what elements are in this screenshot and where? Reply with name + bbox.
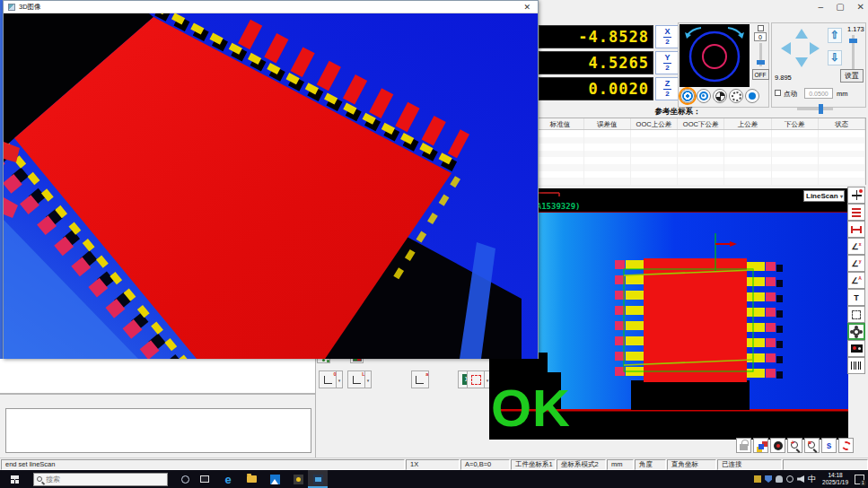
ime-indicator[interactable]: 中 [808, 474, 816, 485]
mode-3-icon [715, 92, 725, 101]
table-cell [631, 164, 678, 171]
table-row[interactable] [490, 137, 865, 144]
distance-button[interactable] [847, 221, 865, 238]
task-view-icon [200, 475, 209, 483]
snapshot-icon: s [827, 440, 832, 450]
scan-lines-button[interactable] [847, 204, 865, 221]
lock-button[interactable] [736, 438, 751, 453]
taskbar-clock[interactable]: 14:18 2025/1/19 [822, 472, 848, 487]
table-row[interactable] [490, 178, 865, 185]
cloud-icon[interactable] [776, 475, 783, 483]
app-minimize-button[interactable]: – [819, 2, 824, 12]
joystick-mode-2-button[interactable] [697, 89, 711, 103]
origin-tool-button[interactable]: 0 [319, 370, 337, 388]
measurement-table[interactable]: 测量值 标准值 误差值 OOC上公差 OOC下公差 上公差 下公差 状态 [489, 118, 866, 185]
joystick-lock-checkbox[interactable] [758, 25, 764, 31]
angle-x-button[interactable]: ∠x [847, 238, 865, 255]
camera-icon [851, 344, 863, 353]
edge-icon: e [224, 474, 231, 485]
joystick-pad[interactable] [679, 24, 750, 87]
joystick-mode-5-button[interactable] [745, 89, 759, 103]
layers-button[interactable] [753, 438, 768, 453]
barcode-button[interactable] [847, 357, 865, 374]
zoom-in-button[interactable]: + [787, 438, 802, 453]
network-icon[interactable] [786, 475, 793, 483]
refresh-button[interactable] [838, 438, 854, 453]
table-row[interactable] [490, 171, 865, 179]
joystick-off-button[interactable]: OFF [752, 69, 769, 80]
status-connection: 已连接 [717, 459, 782, 470]
3d-image-window[interactable]: 3D图像 ✕ [3, 0, 539, 359]
text-tool-button[interactable]: T [847, 289, 865, 306]
app-a-button[interactable] [265, 470, 285, 488]
zero-z-button[interactable]: Z2 [655, 77, 679, 100]
app-b-button[interactable] [288, 470, 308, 488]
left-arrow-icon [781, 42, 791, 55]
region-select-button[interactable] [847, 306, 865, 323]
tool-settings-button[interactable] [847, 323, 865, 340]
axis-search-button[interactable]: a [411, 370, 429, 388]
mode-4-icon [732, 92, 741, 101]
camera-capture-button[interactable] [847, 340, 865, 357]
level-tool-caret[interactable]: ▾ [365, 370, 372, 388]
joystick-spin-value[interactable]: 0 [754, 32, 767, 41]
table-row[interactable] [490, 164, 865, 171]
tray-app-icon[interactable] [754, 475, 761, 483]
level-tool-button[interactable]: L [347, 370, 365, 388]
table-cell [772, 137, 819, 144]
jog-step-checkbox[interactable] [775, 90, 781, 96]
joystick-mode-3-button[interactable] [713, 89, 727, 103]
taskbar-search[interactable] [33, 473, 168, 486]
origin-tool-caret[interactable]: ▾ [337, 370, 343, 388]
motor-button[interactable] [770, 438, 785, 453]
table-row[interactable] [490, 157, 865, 164]
log-listbox[interactable] [5, 408, 311, 453]
zoom-region-button[interactable]: ¤ [804, 438, 820, 453]
edge-button[interactable]: e [218, 470, 238, 488]
table-row[interactable] [490, 144, 865, 151]
security-shield-icon[interactable] [765, 475, 772, 483]
speaker-icon[interactable] [797, 475, 804, 483]
jog-down-button[interactable] [795, 57, 808, 67]
system-tray: 中 14:18 2025/1/19 1 [754, 472, 868, 487]
angle-a-button[interactable]: ∠A [847, 272, 865, 289]
camera-view[interactable]: 50-30GC(DA1539329) LineScan▾ OK [489, 188, 848, 440]
3d-pointcloud-view[interactable] [4, 13, 538, 359]
z-down-button[interactable]: ⇩ [828, 50, 842, 65]
notification-badge: 1 [860, 480, 866, 486]
jog-right-button[interactable] [810, 42, 820, 55]
zero-y-button[interactable]: Y2 [655, 51, 679, 74]
jog-step-input[interactable] [804, 88, 833, 99]
joystick-z-slider-handle[interactable] [757, 60, 765, 65]
joystick-z-slider[interactable] [759, 43, 762, 66]
explorer-button[interactable] [241, 470, 261, 488]
3d-window-close-button[interactable]: ✕ [521, 3, 533, 12]
notification-button[interactable]: 1 [855, 475, 864, 484]
angle-y-button[interactable]: ∠y [847, 255, 865, 272]
z-speed-slider-handle[interactable] [849, 39, 857, 43]
fit-view-button[interactable] [467, 370, 485, 388]
table-cell [678, 178, 724, 185]
task-view-button[interactable] [195, 470, 215, 488]
snapshot-button[interactable]: s [821, 438, 837, 453]
3d-window-titlebar[interactable]: 3D图像 ✕ [4, 1, 538, 13]
joystick-mode-4-button[interactable] [729, 89, 743, 103]
app-maximize-button[interactable]: ▢ [836, 2, 844, 12]
joystick-mode-1-button[interactable] [680, 89, 695, 103]
settings-button[interactable]: 设置 [840, 69, 864, 83]
table-row[interactable] [490, 151, 865, 158]
app-active-button[interactable] [308, 470, 328, 488]
app-close-button[interactable]: ✕ [857, 2, 864, 12]
table-row[interactable] [490, 130, 865, 137]
table-cell [724, 137, 771, 144]
z-speed-slider[interactable] [852, 35, 855, 69]
camera-mode-dropdown[interactable]: LineScan▾ [803, 190, 845, 202]
z-up-button[interactable]: ⇧ [828, 28, 842, 43]
search-input[interactable] [46, 475, 149, 484]
cortana-button[interactable] [175, 470, 195, 488]
jog-left-button[interactable] [781, 42, 791, 55]
zero-x-button[interactable]: X2 [655, 25, 679, 48]
probe-point-button[interactable] [847, 187, 865, 204]
start-button[interactable] [11, 475, 19, 484]
jog-up-button[interactable] [795, 29, 808, 39]
